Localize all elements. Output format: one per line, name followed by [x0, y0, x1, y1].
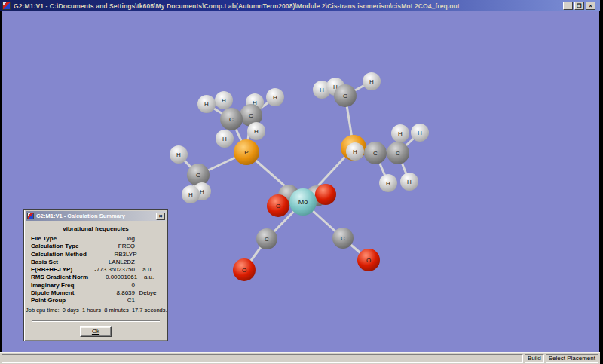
atom-C[interactable]: C [364, 142, 387, 164]
atom-H[interactable]: H [197, 95, 216, 113]
atom-P[interactable]: P [234, 139, 259, 165]
atom-H[interactable]: H [182, 185, 200, 203]
statusbar-panel-select-placement: Select Placement [546, 354, 598, 363]
atom-label: H [369, 78, 374, 85]
summary-row-unit [135, 297, 161, 304]
summary-row-unit [135, 243, 161, 250]
summary-rows: File Type.logCalculation TypeFREQCalcula… [26, 235, 166, 305]
atom-label: O [366, 257, 371, 264]
summary-row-unit [135, 235, 161, 243]
atom-label: C [343, 93, 347, 99]
atom-H[interactable]: H [170, 145, 188, 164]
atom-label: H [254, 128, 259, 135]
dialog-heading: vibrational frequencies [26, 225, 166, 232]
atom-O[interactable]: O [267, 194, 289, 217]
atom-C[interactable]: C [332, 228, 354, 249]
atom-H[interactable]: H [266, 88, 284, 106]
atom-H[interactable]: H [411, 124, 429, 142]
summary-row-unit [135, 282, 161, 289]
summary-row-unit [135, 258, 161, 266]
dialog-titlebar[interactable]: G2:M1:V1 - Calculation Summary × [26, 211, 166, 221]
application-window: G2:M1:V1 - C:\Documents and Settings\tk6… [0, 0, 603, 364]
atom-H[interactable]: H [379, 174, 397, 192]
status-bar: BuildSelect Placement [0, 352, 600, 364]
summary-row-label: Calculation Type [31, 243, 81, 250]
atom-O[interactable]: O [357, 249, 380, 271]
calculation-summary-dialog: G2:M1:V1 - Calculation Summary × vibrati… [23, 209, 168, 341]
atom-label: C [341, 235, 345, 242]
atom-H[interactable]: H [391, 124, 409, 142]
atom-C[interactable]: C [387, 142, 409, 164]
atom-Mo[interactable]: Mo [289, 188, 317, 216]
atom-label: H [188, 191, 193, 198]
dialog-separator [32, 320, 160, 322]
atom-H[interactable]: H [346, 142, 364, 161]
summary-row: Dipole Moment8.8639Debye [31, 289, 161, 297]
summary-row-value: .log [81, 235, 135, 243]
statusbar-panel-build: Build [525, 354, 544, 363]
atom-label: H [353, 148, 357, 155]
ok-button[interactable]: Ok [80, 326, 112, 337]
atom-H[interactable]: H [400, 173, 418, 191]
atom-label: P [244, 149, 248, 156]
atom-label: H [200, 188, 204, 195]
restore-button[interactable]: ❐ [574, 2, 584, 10]
summary-row-value: LANL2DZ [81, 258, 135, 266]
summary-row-label: File Type [31, 235, 81, 243]
summary-row: Calculation MethodRB3LYP [31, 251, 161, 258]
atom-label: O [242, 267, 246, 274]
atom-H[interactable]: H [363, 72, 381, 90]
atom-H[interactable]: H [247, 122, 265, 140]
atom-label: C [373, 150, 378, 157]
summary-row: RMS Gradient Norm0.00001061a.u. [31, 274, 161, 281]
summary-row-unit [137, 251, 161, 258]
atom-label: C [196, 172, 200, 179]
summary-row: Calculation TypeFREQ [31, 243, 161, 250]
summary-row-label: RMS Gradient Norm [31, 274, 88, 281]
summary-row: Point GroupC1 [31, 297, 161, 304]
window-controls: _ ❐ × [563, 2, 595, 10]
status-message-panel [2, 354, 523, 363]
summary-row: Imaginary Freq0 [31, 282, 161, 289]
summary-row-unit: a.u. [137, 274, 161, 281]
dialog-icon [27, 213, 34, 219]
atom-H[interactable]: H [216, 130, 234, 148]
atom-O[interactable] [315, 184, 336, 205]
atom-label: C [265, 236, 269, 243]
summary-row: File Type.log [31, 235, 161, 243]
summary-row-unit: Debye [135, 289, 161, 297]
summary-row-value: 8.8639 [81, 289, 135, 297]
summary-row: E(RB+HF-LYP)-773.36023750a.u. [31, 266, 161, 274]
atom-label: O [276, 203, 280, 210]
atom-C[interactable]: C [256, 228, 277, 249]
dialog-close-button[interactable]: × [156, 213, 165, 220]
atom-label: C [249, 112, 253, 119]
atom-O[interactable]: O [233, 258, 256, 281]
summary-row-value: 0.00001061 [88, 274, 137, 281]
atom-label: H [320, 87, 324, 93]
summary-row-label: Dipole Moment [31, 289, 81, 297]
atom-C[interactable]: C [334, 84, 357, 107]
atom-label: H [386, 180, 390, 187]
atom-label: H [418, 130, 422, 136]
summary-row-value: C1 [81, 297, 135, 304]
window-titlebar[interactable]: G2:M1:V1 - C:\Documents and Settings\tk6… [0, 0, 600, 11]
atom-C[interactable]: C [220, 108, 243, 130]
summary-row-value: RB3LYP [87, 251, 137, 258]
summary-row-label: Imaginary Freq [31, 282, 81, 289]
dialog-title: G2:M1:V1 - Calculation Summary [36, 213, 125, 219]
atom-label: H [407, 179, 412, 185]
summary-row-label: E(RB+HF-LYP) [31, 266, 81, 274]
close-button[interactable]: × [586, 2, 595, 10]
summary-row-unit: a.u. [135, 266, 161, 274]
atom-label: H [398, 130, 403, 137]
atom-label: H [176, 151, 181, 158]
atom-label: H [222, 136, 227, 142]
window-title: G2:M1:V1 - C:\Documents and Settings\tk6… [14, 2, 460, 10]
minimize-button[interactable]: _ [563, 2, 573, 10]
summary-row-value: FREQ [81, 243, 135, 250]
summary-row-label: Point Group [31, 297, 81, 304]
summary-row-label: Basis Set [31, 258, 81, 266]
atom-H[interactable]: H [215, 91, 233, 109]
atom-label: H [222, 97, 226, 104]
